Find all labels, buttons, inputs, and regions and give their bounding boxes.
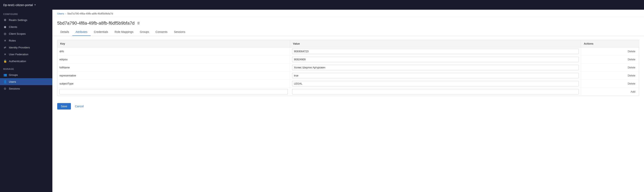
sidebar-item-label: Client Scopes bbox=[9, 32, 26, 35]
sidebar-item-label: Realm Settings bbox=[9, 19, 28, 22]
attr-value-input-4[interactable] bbox=[292, 81, 579, 86]
attr-actions-3: Delete bbox=[581, 72, 639, 80]
attr-key-4: subjectType bbox=[58, 80, 290, 88]
sidebar-item-label: Clients bbox=[9, 26, 17, 29]
attr-key-2: fullName bbox=[58, 64, 290, 72]
breadcrumb-users-link[interactable]: Users bbox=[57, 12, 64, 15]
attr-value-cell-1 bbox=[290, 56, 581, 64]
attr-value-cell-3 bbox=[290, 72, 581, 80]
tab-consents[interactable]: Consents bbox=[152, 28, 170, 36]
breadcrumb-separator: › bbox=[65, 12, 66, 15]
sessions-icon: ⊙ bbox=[3, 87, 7, 90]
table-row: representative Delete bbox=[58, 72, 639, 80]
attr-actions-2: Delete bbox=[581, 64, 639, 72]
delete-button-1[interactable]: Delete bbox=[626, 57, 637, 62]
attributes-table-area: Key Value Actions drfo Delete bbox=[52, 36, 644, 100]
attr-key-3: representative bbox=[58, 72, 290, 80]
sidebar-item-sessions[interactable]: ⊙ Sessions bbox=[0, 85, 52, 92]
realm-title[interactable]: Dp-test1-citizen-portal bbox=[3, 3, 33, 7]
attr-value-input-3[interactable] bbox=[292, 73, 579, 78]
cancel-button[interactable]: Cancel bbox=[72, 103, 86, 109]
footer-buttons: Save Cancel bbox=[52, 100, 644, 113]
attributes-table: Key Value Actions drfo Delete bbox=[57, 40, 639, 96]
attr-value-cell-2 bbox=[290, 64, 581, 72]
tab-details[interactable]: Details bbox=[57, 28, 72, 36]
col-header-value: Value bbox=[290, 40, 581, 47]
main-content: Users › 5bd7a790-4f8a-49fb-a8fb-f6df5b9b… bbox=[52, 10, 644, 192]
breadcrumb-current: 5bd7a790-4f8a-49fb-a8fb-f6df5b9bfa7d bbox=[67, 12, 113, 15]
roles-icon: ≡ bbox=[3, 39, 7, 42]
attr-actions-4: Delete bbox=[581, 80, 639, 88]
new-value-input[interactable] bbox=[292, 89, 579, 94]
sidebar-item-label: Identity Providers bbox=[9, 46, 30, 49]
save-button[interactable]: Save bbox=[57, 103, 71, 109]
attr-key-0: drfo bbox=[58, 47, 290, 56]
manage-section-label: Manage bbox=[0, 65, 52, 71]
attr-actions-1: Delete bbox=[581, 56, 639, 64]
tab-credentials[interactable]: Credentials bbox=[91, 28, 112, 36]
new-key-input[interactable] bbox=[60, 89, 288, 94]
col-header-key: Key bbox=[58, 40, 290, 47]
tab-groups[interactable]: Groups bbox=[136, 28, 152, 36]
delete-button-4[interactable]: Delete bbox=[626, 81, 637, 86]
table-row: subjectType Delete bbox=[58, 80, 639, 88]
sidebar-item-user-federation[interactable]: ≡ User Federation bbox=[0, 51, 52, 58]
attr-value-input-1[interactable] bbox=[292, 57, 579, 62]
users-icon: 👤 bbox=[3, 80, 7, 83]
clients-icon: ◉ bbox=[3, 25, 7, 29]
tab-sessions[interactable]: Sessions bbox=[170, 28, 188, 36]
new-row-actions: Add bbox=[581, 88, 639, 96]
attr-value-cell-4 bbox=[290, 80, 581, 88]
col-header-actions: Actions bbox=[581, 40, 639, 47]
new-attribute-row: Add bbox=[58, 88, 639, 96]
sidebar-item-users[interactable]: 👤 Users bbox=[0, 78, 52, 85]
table-row: drfo Delete bbox=[58, 47, 639, 56]
realm-settings-icon: ⚙ bbox=[3, 18, 7, 22]
new-value-cell bbox=[290, 88, 581, 96]
delete-button-2[interactable]: Delete bbox=[626, 65, 637, 70]
sidebar-item-label: User Federation bbox=[9, 53, 28, 56]
authentication-icon: 🔒 bbox=[3, 60, 7, 63]
tab-role-mappings[interactable]: Role Mappings bbox=[112, 28, 136, 36]
attr-value-cell-0 bbox=[290, 47, 581, 56]
sidebar-item-label: Sessions bbox=[9, 87, 20, 90]
groups-icon: 👥 bbox=[3, 73, 7, 76]
page-header: 5bd7a790-4f8a-49fb-a8fb-f6df5b9bfa7d 🗑 bbox=[52, 17, 644, 28]
sidebar-item-clients[interactable]: ◉ Clients bbox=[0, 23, 52, 30]
tab-attributes[interactable]: Attributes bbox=[72, 28, 91, 36]
sidebar-item-groups[interactable]: 👥 Groups bbox=[0, 71, 52, 78]
sidebar-item-authentication[interactable]: 🔒 Authentication bbox=[0, 58, 52, 65]
sidebar-item-roles[interactable]: ≡ Roles bbox=[0, 37, 52, 44]
page-title: 5bd7a790-4f8a-49fb-a8fb-f6df5b9bfa7d bbox=[57, 21, 134, 26]
delete-button-3[interactable]: Delete bbox=[626, 73, 637, 78]
sidebar-item-label: Authentication bbox=[9, 60, 26, 63]
tabs-bar: Details Attributes Credentials Role Mapp… bbox=[52, 28, 644, 36]
table-row: fullName Delete bbox=[58, 64, 639, 72]
sidebar-item-label: Users bbox=[9, 80, 16, 83]
attr-value-input-2[interactable] bbox=[292, 65, 579, 70]
attr-key-1: edrpou bbox=[58, 56, 290, 64]
sidebar-item-label: Groups bbox=[9, 73, 18, 76]
sidebar-item-label: Roles bbox=[9, 39, 16, 42]
user-federation-icon: ≡ bbox=[3, 53, 7, 56]
identity-providers-icon: ⇄ bbox=[3, 46, 7, 49]
sidebar-item-identity-providers[interactable]: ⇄ Identity Providers bbox=[0, 44, 52, 51]
breadcrumb: Users › 5bd7a790-4f8a-49fb-a8fb-f6df5b9b… bbox=[52, 10, 644, 17]
top-bar: Dp-test1-citizen-portal ▾ bbox=[0, 0, 644, 10]
table-row: edrpou Delete bbox=[58, 56, 639, 64]
sidebar-item-client-scopes[interactable]: ◎ Client Scopes bbox=[0, 30, 52, 37]
attr-actions-0: Delete bbox=[581, 47, 639, 56]
client-scopes-icon: ◎ bbox=[3, 32, 7, 35]
sidebar: Configure ⚙ Realm Settings ◉ Clients ◎ C… bbox=[0, 10, 52, 192]
add-button[interactable]: Add bbox=[629, 89, 637, 94]
realm-dropdown-icon[interactable]: ▾ bbox=[34, 4, 36, 6]
attr-value-input-0[interactable] bbox=[292, 49, 579, 54]
configure-section-label: Configure bbox=[0, 10, 52, 17]
sidebar-item-realm-settings[interactable]: ⚙ Realm Settings bbox=[0, 17, 52, 23]
delete-user-icon[interactable]: 🗑 bbox=[137, 21, 140, 25]
delete-button-0[interactable]: Delete bbox=[626, 49, 637, 54]
new-key-cell bbox=[58, 88, 290, 96]
